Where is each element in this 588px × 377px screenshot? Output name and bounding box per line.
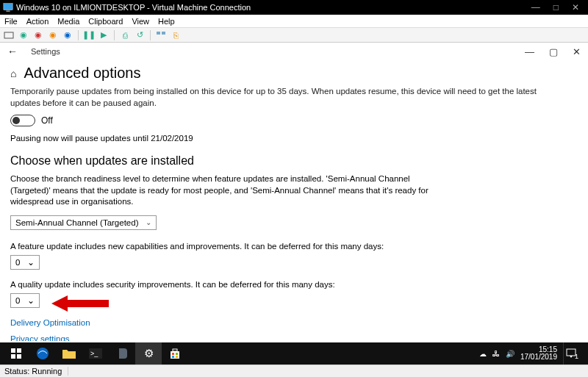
feature-defer-days-select[interactable]: 0 ⌄	[10, 255, 40, 270]
settings-minimize-button[interactable]: —	[525, 46, 534, 57]
choose-heading: Choose when updates are installed	[10, 154, 578, 168]
choose-description: Choose the branch readiness level to det…	[10, 173, 451, 208]
svg-rect-4	[162, 32, 165, 35]
taskbar-settings-icon[interactable]: ⚙	[135, 342, 162, 365]
ctrl-alt-del-icon[interactable]	[3, 29, 15, 41]
branch-readiness-value: Semi-Annual Channel (Targeted)	[15, 218, 138, 227]
svg-rect-7	[17, 348, 21, 353]
vm-menu-help[interactable]: Help	[158, 17, 175, 26]
home-icon[interactable]: ⌂	[10, 68, 16, 79]
settings-app-name: Settings	[31, 47, 60, 56]
feature-update-label: A feature update includes new capabiliti…	[10, 242, 578, 251]
taskbar-terminal-icon[interactable]: >_	[82, 342, 109, 365]
vm-close-button[interactable]: ✕	[572, 2, 579, 12]
taskbar-edge-icon[interactable]	[29, 342, 56, 365]
vm-status-label: Status:	[4, 367, 29, 376]
taskbar-evernote-icon[interactable]	[109, 342, 135, 365]
vm-app-icon	[3, 2, 13, 12]
settings-maximize-button[interactable]: ▢	[549, 46, 558, 57]
svg-marker-5	[51, 295, 109, 312]
page-title: Advanced options	[24, 65, 140, 82]
svg-rect-3	[157, 32, 160, 35]
settings-close-button[interactable]: ✕	[573, 46, 581, 57]
delivery-optimisation-link[interactable]: Delivery Optimisation	[10, 318, 578, 327]
checkpoint-icon[interactable]: ⎙	[119, 29, 131, 41]
settings-header: ← Settings — ▢ ✕	[0, 43, 588, 60]
vm-menu-file[interactable]: File	[4, 17, 18, 26]
settings-content: ⌂ Advanced options Temporarily pause upd…	[0, 60, 588, 341]
share-icon[interactable]: ⎘	[170, 29, 182, 41]
vm-menu-media[interactable]: Media	[57, 17, 79, 26]
vm-menu-action[interactable]: Action	[26, 17, 49, 26]
quality-defer-days-value: 0	[15, 296, 20, 305]
pause-until-note: Pausing now will pause updates until 21/…	[10, 134, 578, 143]
privacy-settings-link[interactable]: Privacy settings	[10, 334, 578, 341]
vm-window-title: Windows 10 on ILMIONTDESKTOP - Virtual M…	[16, 3, 531, 12]
chevron-down-icon: ⌄	[27, 257, 35, 268]
taskbar-clock[interactable]: 15:15 17/01/2019	[520, 346, 557, 362]
svg-rect-9	[17, 354, 21, 359]
svg-rect-15	[172, 353, 174, 355]
pause-icon[interactable]: ❚❚	[83, 29, 95, 41]
svg-rect-14	[173, 349, 177, 351]
branch-readiness-select[interactable]: Semi-Annual Channel (Targeted) ⌄	[10, 215, 157, 230]
toolbar-separator	[114, 30, 115, 40]
taskbar-date: 17/01/2019	[520, 353, 557, 362]
shutdown-icon[interactable]: ◉	[47, 29, 59, 41]
vm-menu-clipboard[interactable]: Clipboard	[88, 17, 123, 26]
tray-volume-icon[interactable]: 🔊	[506, 350, 514, 358]
page-title-row: ⌂ Advanced options	[10, 65, 578, 82]
enhanced-session-icon[interactable]	[155, 29, 167, 41]
vm-minimize-button[interactable]: —	[531, 2, 540, 12]
chevron-down-icon: ⌄	[27, 295, 35, 306]
vm-window-controls: — □ ✕	[531, 2, 585, 12]
vm-toolbar: ◉ ◉ ◉ ◉ ❚❚ ▶ ⎙ ↺ ⎘	[0, 28, 588, 43]
pause-description: Temporarily pause updates from being ins…	[10, 86, 539, 109]
toolbar-separator	[150, 30, 151, 40]
notification-count: 1	[575, 353, 578, 360]
save-icon[interactable]: ◉	[62, 29, 74, 41]
vm-menubar: File Action Media Clipboard View Help	[0, 15, 588, 28]
chevron-down-icon: ⌄	[146, 218, 151, 226]
taskbar-store-icon[interactable]	[162, 342, 188, 365]
svg-rect-16	[176, 353, 178, 355]
pause-toggle-label: Off	[41, 115, 53, 126]
vm-maximize-button[interactable]: □	[553, 2, 559, 12]
action-center-button[interactable]: 1	[563, 342, 582, 365]
vm-status-bar: Status: Running	[0, 365, 588, 377]
reset-icon[interactable]: ▶	[98, 29, 110, 41]
pause-toggle-row: Off	[10, 115, 578, 126]
vm-status-value: Running	[32, 367, 62, 376]
revert-icon[interactable]: ↺	[134, 29, 146, 41]
vm-titlebar: Windows 10 on ILMIONTDESKTOP - Virtual M…	[0, 0, 588, 15]
quality-defer-days-select[interactable]: 0 ⌄	[10, 293, 40, 308]
tray-onedrive-icon[interactable]: ☁	[479, 350, 487, 358]
turnoff-icon[interactable]: ◉	[32, 29, 44, 41]
svg-rect-18	[176, 356, 178, 358]
svg-text:>_: >_	[90, 350, 98, 357]
taskbar-file-explorer-icon[interactable]	[56, 342, 82, 365]
windows-taskbar: >_ ⚙ ☁ 🖧 🔊 15:15 17/01/2019 1	[0, 342, 588, 365]
start-button[interactable]	[3, 342, 29, 365]
svg-rect-13	[171, 351, 179, 359]
vm-menu-view[interactable]: View	[132, 17, 149, 26]
tray-network-icon[interactable]: 🖧	[492, 350, 500, 358]
toolbar-separator	[78, 30, 79, 40]
feature-defer-days-value: 0	[15, 258, 20, 267]
quality-update-label: A quality update includes security impro…	[10, 280, 578, 289]
svg-rect-1	[6, 10, 10, 12]
system-tray: ☁ 🖧 🔊 15:15 17/01/2019 1	[479, 342, 585, 365]
back-button[interactable]: ←	[7, 46, 18, 57]
pause-updates-toggle[interactable]	[10, 115, 35, 126]
svg-rect-6	[11, 348, 15, 353]
svg-rect-8	[11, 354, 15, 359]
annotation-arrow-icon	[51, 294, 110, 313]
svg-rect-2	[4, 32, 13, 38]
svg-rect-17	[172, 356, 174, 358]
start-icon[interactable]: ◉	[18, 29, 29, 41]
svg-rect-0	[4, 4, 12, 10]
